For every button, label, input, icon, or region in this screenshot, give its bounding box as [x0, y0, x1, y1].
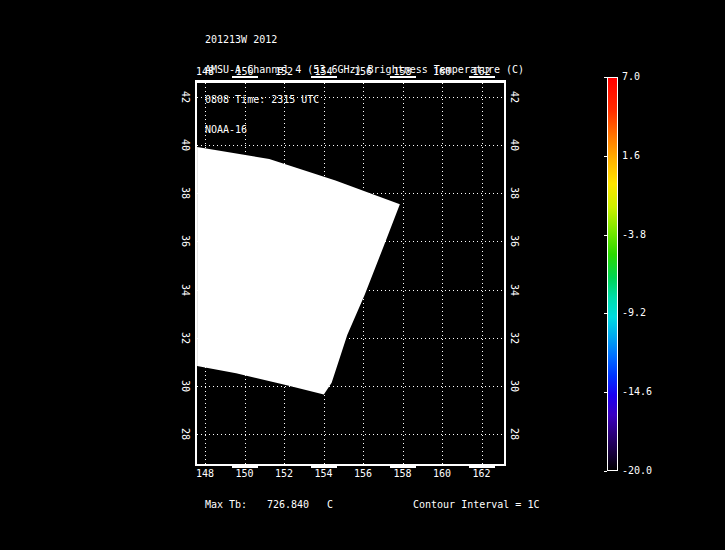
colorbar-tick--20.0 — [604, 471, 607, 472]
contour-interval-text: Contour Interval = 1C — [413, 500, 539, 510]
frame-dash-bottom-162 — [469, 466, 495, 468]
frame-dash-top-150 — [232, 76, 258, 78]
colorbar-label--20.0: -20.0 — [622, 466, 652, 476]
lon-label-bottom-156: 156 — [352, 469, 374, 479]
frame-dash-top-154 — [311, 76, 337, 78]
lat-label-left-36: 36 — [180, 230, 190, 252]
colorbar-label--3.8: -3.8 — [622, 230, 646, 240]
lat-label-right-32: 32 — [509, 327, 519, 349]
map-plot-box — [195, 80, 506, 466]
colorbar-label--14.6: -14.6 — [622, 387, 652, 397]
lat-label-left-30: 30 — [180, 375, 190, 397]
max-tb-label: Max Tb: — [205, 500, 247, 510]
lat-label-left-28: 28 — [180, 423, 190, 445]
lon-label-bottom-160: 160 — [431, 469, 453, 479]
lon-label-top-152: 152 — [273, 67, 295, 77]
colorbar-gradient — [607, 77, 618, 471]
lat-label-left-38: 38 — [180, 182, 190, 204]
lon-label-bottom-148: 148 — [194, 469, 216, 479]
colorbar-label-1.6: 1.6 — [622, 151, 640, 161]
swath-layer — [197, 83, 504, 464]
colorbar-label-7.0: 7.0 — [622, 72, 640, 82]
lon-label-top-160: 160 — [431, 67, 453, 77]
lat-label-right-36: 36 — [509, 230, 519, 252]
lat-label-right-42: 42 — [509, 86, 519, 108]
lat-label-right-38: 38 — [509, 182, 519, 204]
lat-label-left-32: 32 — [180, 327, 190, 349]
frame-dash-bottom-150 — [232, 466, 258, 468]
colorbar-tick-7.0 — [604, 77, 607, 78]
plot-canvas: 201213W 2012 AMSU-A Channel 4 (53.6GHz) … — [0, 0, 725, 550]
lat-label-left-40: 40 — [180, 134, 190, 156]
colorbar-tick-1.6 — [604, 156, 607, 157]
frame-dash-top-162 — [469, 76, 495, 78]
lon-label-bottom-152: 152 — [273, 469, 295, 479]
frame-dash-top-158 — [390, 76, 416, 78]
lat-label-right-28: 28 — [509, 423, 519, 445]
frame-dash-bottom-158 — [390, 466, 416, 468]
lon-label-bottom-162: 162 — [471, 469, 493, 479]
lon-label-bottom-158: 158 — [392, 469, 414, 479]
lat-label-right-40: 40 — [509, 134, 519, 156]
lat-label-left-42: 42 — [180, 86, 190, 108]
colorbar-tick--3.8 — [604, 235, 607, 236]
lat-label-left-34: 34 — [180, 279, 190, 301]
lon-label-top-156: 156 — [352, 67, 374, 77]
lat-label-right-30: 30 — [509, 375, 519, 397]
swath-polygon — [197, 147, 400, 395]
colorbar-tick--14.6 — [604, 392, 607, 393]
colorbar-tick--9.2 — [604, 313, 607, 314]
lat-label-right-34: 34 — [509, 279, 519, 301]
frame-dash-bottom-154 — [311, 466, 337, 468]
colorbar-label--9.2: -9.2 — [622, 308, 646, 318]
colorbar: 7.01.6-3.8-9.2-14.6-20.0 — [607, 77, 618, 471]
lon-label-bottom-154: 154 — [313, 469, 335, 479]
max-tb-unit: C — [327, 500, 333, 510]
lon-label-bottom-150: 150 — [234, 469, 256, 479]
title-date: 201213W 2012 — [205, 35, 524, 45]
max-tb-value: 726.840 — [267, 500, 309, 510]
lon-label-top-148: 148 — [194, 67, 216, 77]
